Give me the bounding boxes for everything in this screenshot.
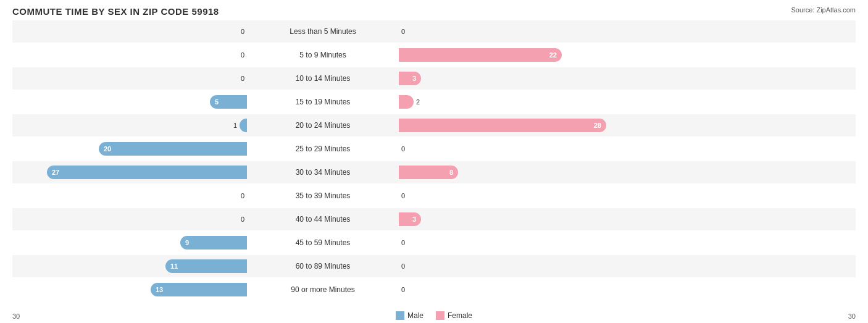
female-value: 0 xyxy=(401,145,405,153)
male-value: 20 xyxy=(104,145,111,153)
row-label: 90 or more Minutes xyxy=(247,285,399,294)
bar-female: 2 xyxy=(399,95,414,109)
male-value: 0 xyxy=(241,75,244,82)
legend: Male Female xyxy=(396,311,472,320)
right-bar-area: 0 xyxy=(399,232,633,254)
chart-row: 0 Less than 5 Minutes 0 xyxy=(12,20,856,43)
male-value: 0 xyxy=(241,192,244,199)
male-value: 1 xyxy=(233,122,237,129)
row-label: 30 to 34 Minutes xyxy=(247,168,399,177)
chart-row: 13 90 or more Minutes 0 xyxy=(12,279,856,301)
male-value: 0 xyxy=(241,216,244,223)
female-value: 3 xyxy=(412,75,416,82)
right-bar-area: 2 xyxy=(399,91,633,113)
male-value: 0 xyxy=(241,51,244,59)
legend-female: Female xyxy=(436,311,472,320)
row-label: 45 to 59 Minutes xyxy=(247,238,399,247)
row-label: 5 to 9 Minutes xyxy=(247,51,399,59)
right-bar-area: 28 xyxy=(399,114,633,136)
chart-row: 0 40 to 44 Minutes 3 xyxy=(12,208,856,230)
right-bar-area: 0 xyxy=(399,20,633,43)
legend-male: Male xyxy=(396,311,424,320)
female-value: 2 xyxy=(416,98,420,106)
legend-male-label: Male xyxy=(407,311,424,320)
left-bar-area: 5 xyxy=(12,91,247,113)
source-label: Source: ZipAtlas.com xyxy=(791,6,856,14)
row-label: 25 to 29 Minutes xyxy=(247,145,399,153)
bar-male: 20 xyxy=(99,142,247,156)
bar-male: 9 xyxy=(180,236,247,250)
chart-row: 0 35 to 39 Minutes 0 xyxy=(12,185,856,207)
left-bar-area: 11 xyxy=(12,255,247,277)
left-bar-area: 0 xyxy=(12,185,247,207)
chart-row: 1 20 to 24 Minutes 28 xyxy=(12,114,856,136)
female-value: 0 xyxy=(401,239,405,246)
legend-male-icon xyxy=(396,311,404,320)
female-value: 0 xyxy=(401,286,405,293)
bar-female: 8 xyxy=(399,166,458,179)
right-bar-area: 0 xyxy=(399,279,633,301)
row-label: 15 to 19 Minutes xyxy=(247,98,399,106)
right-bar-area: 22 xyxy=(399,44,633,66)
bar-male: 1 xyxy=(240,119,247,132)
bar-female: 22 xyxy=(399,48,562,62)
female-value: 22 xyxy=(549,51,557,59)
left-bar-area: 27 xyxy=(12,161,247,183)
right-bar-area: 0 xyxy=(399,138,633,160)
chart-title: COMMUTE TIME BY SEX IN ZIP CODE 59918 xyxy=(12,6,856,17)
right-bar-area: 8 xyxy=(399,161,633,183)
bar-male: 13 xyxy=(151,283,247,296)
row-label: Less than 5 Minutes xyxy=(247,27,399,36)
male-value: 11 xyxy=(170,262,178,270)
left-bar-area: 9 xyxy=(12,232,247,254)
male-value: 9 xyxy=(185,239,189,246)
row-label: 10 to 14 Minutes xyxy=(247,74,399,83)
bar-male: 27 xyxy=(47,166,247,179)
chart-row: 27 30 to 34 Minutes 8 xyxy=(12,161,856,183)
chart-row: 20 25 to 29 Minutes 0 xyxy=(12,138,856,160)
left-bar-area: 0 xyxy=(12,208,247,230)
bar-female: 3 xyxy=(399,212,421,226)
row-label: 35 to 39 Minutes xyxy=(247,191,399,200)
male-value: 0 xyxy=(241,28,244,35)
female-value: 8 xyxy=(449,169,453,176)
male-value: 5 xyxy=(215,98,219,106)
right-bar-area: 3 xyxy=(399,67,633,90)
axis-label-right: 30 xyxy=(848,313,856,320)
male-value: 13 xyxy=(156,286,163,293)
row-label: 60 to 89 Minutes xyxy=(247,262,399,271)
right-bar-area: 3 xyxy=(399,208,633,230)
chart-area: 0 Less than 5 Minutes 0 0 5 to 9 Minutes… xyxy=(12,20,856,279)
chart-row: 5 15 to 19 Minutes 2 xyxy=(12,91,856,113)
chart-row: 11 60 to 89 Minutes 0 xyxy=(12,255,856,277)
left-bar-area: 0 xyxy=(12,67,247,90)
right-bar-area: 0 xyxy=(399,185,633,207)
chart-row: 9 45 to 59 Minutes 0 xyxy=(12,232,856,254)
left-bar-area: 13 xyxy=(12,279,247,301)
row-label: 20 to 24 Minutes xyxy=(247,121,399,130)
female-value: 0 xyxy=(401,262,405,270)
legend-female-icon xyxy=(436,311,444,320)
bar-male: 5 xyxy=(210,95,247,109)
female-value: 0 xyxy=(401,28,405,35)
left-bar-area: 0 xyxy=(12,44,247,66)
axis-label-left: 30 xyxy=(12,313,20,320)
bar-male: 11 xyxy=(165,259,247,273)
female-value: 0 xyxy=(401,192,405,199)
right-bar-area: 0 xyxy=(399,255,633,277)
bar-female: 28 xyxy=(399,119,606,132)
chart-container: COMMUTE TIME BY SEX IN ZIP CODE 59918 So… xyxy=(0,0,868,323)
left-bar-area: 1 xyxy=(12,114,247,136)
chart-row: 0 10 to 14 Minutes 3 xyxy=(12,67,856,90)
female-value: 28 xyxy=(594,122,601,129)
female-value: 3 xyxy=(412,216,416,223)
legend-female-label: Female xyxy=(448,311,472,320)
bar-female: 3 xyxy=(399,72,421,85)
left-bar-area: 0 xyxy=(12,20,247,43)
row-label: 40 to 44 Minutes xyxy=(247,215,399,224)
male-value: 27 xyxy=(52,169,59,176)
chart-row: 0 5 to 9 Minutes 22 xyxy=(12,44,856,66)
left-bar-area: 20 xyxy=(12,138,247,160)
